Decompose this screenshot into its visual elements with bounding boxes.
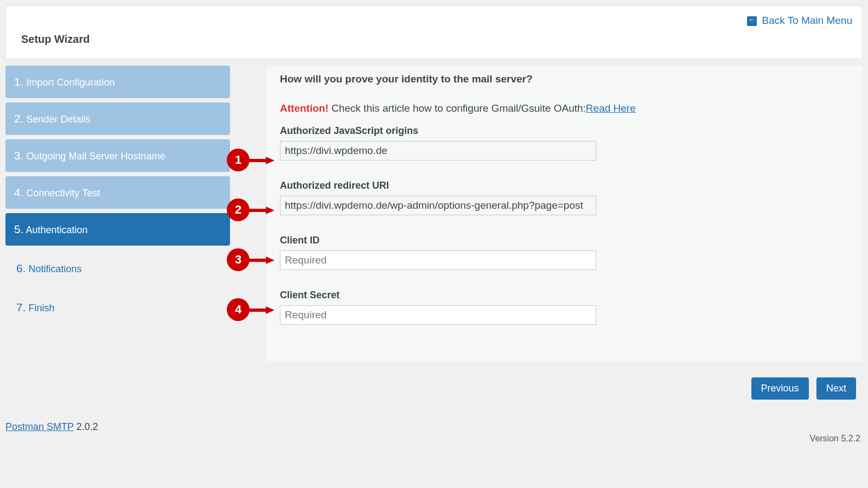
step-number: 5. <box>14 223 24 235</box>
attention-row: Attention! Check this article how to con… <box>280 102 850 114</box>
read-here-link[interactable]: Read Here <box>586 102 636 114</box>
previous-button[interactable]: Previous <box>751 377 809 400</box>
wp-version: Version 5.2.2 <box>810 434 860 444</box>
client-id-label: Client ID <box>280 235 850 246</box>
step-label: Finish <box>29 303 55 313</box>
footer-credit: Postman SMTP 2.0.2 <box>5 421 98 433</box>
step-connectivity-test[interactable]: 4. Connectivity Test <box>5 176 230 209</box>
redirect-uri-label: Authorized redirect URI <box>280 180 850 191</box>
step-number: 6. <box>16 262 26 274</box>
attention-text: Check this article how to configure Gmai… <box>331 102 586 114</box>
plugin-version: 2.0.2 <box>74 421 98 432</box>
auth-panel: How will you prove your identity to the … <box>267 66 863 362</box>
step-label: Authentication <box>26 224 88 235</box>
wizard-steps-list: 1. Import Configuration 2. Sender Detail… <box>5 66 230 362</box>
back-link-text: Back To Main Menu <box>762 15 852 26</box>
step-number: 7. <box>16 301 26 313</box>
page-title: Setup Wizard <box>21 33 847 46</box>
back-arrow-icon <box>747 16 757 26</box>
step-outgoing-hostname[interactable]: 3. Outgoing Mail Server Hostname <box>5 139 230 172</box>
next-button[interactable]: Next <box>816 377 856 400</box>
step-label: Import Configuration <box>27 77 115 88</box>
step-label: Connectivity Test <box>27 188 100 198</box>
js-origins-label: Authorized JavaScript origins <box>280 125 850 137</box>
step-notifications[interactable]: 6. Notifications <box>5 252 230 285</box>
step-number: 3. <box>14 149 24 162</box>
step-number: 4. <box>14 186 24 198</box>
step-label: Outgoing Mail Server Hostname <box>27 151 165 162</box>
back-to-main-link[interactable]: Back To Main Menu <box>747 15 852 27</box>
step-label: Sender Details <box>27 114 91 125</box>
step-sender-details[interactable]: 2. Sender Details <box>5 102 230 135</box>
redirect-uri-input[interactable] <box>280 196 596 215</box>
client-id-input[interactable] <box>280 251 596 270</box>
step-label: Notifications <box>29 264 82 274</box>
step-number: 2. <box>14 112 24 125</box>
step-finish[interactable]: 7. Finish <box>5 291 230 324</box>
step-authentication[interactable]: 5. Authentication <box>5 213 230 246</box>
js-origins-input[interactable] <box>280 141 596 160</box>
client-secret-label: Client Secret <box>280 290 850 301</box>
step-number: 1. <box>14 75 24 88</box>
auth-heading: How will you prove your identity to the … <box>280 73 850 85</box>
step-import-configuration[interactable]: 1. Import Configuration <box>5 66 230 98</box>
client-secret-input[interactable] <box>280 305 596 325</box>
attention-label: Attention! <box>280 102 329 114</box>
postman-smtp-link[interactable]: Postman SMTP <box>5 421 74 432</box>
